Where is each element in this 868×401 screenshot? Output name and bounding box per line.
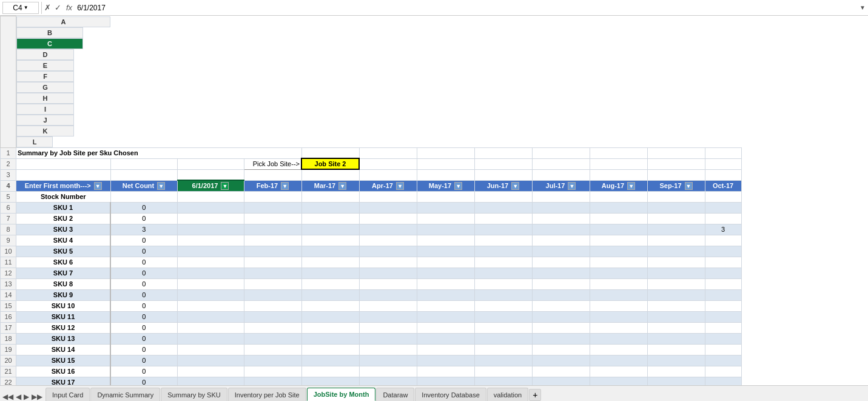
net-count-20[interactable]: 0 [110, 355, 177, 366]
col-1-14[interactable] [301, 289, 359, 300]
col-7-19[interactable] [647, 344, 705, 355]
sku-name-16[interactable]: SKU 11 [16, 311, 111, 322]
col-2-19[interactable] [359, 344, 417, 355]
col-header-c[interactable]: C [16, 38, 83, 49]
cancel-formula-icon[interactable]: ✗ [44, 3, 51, 12]
col-1-6[interactable] [301, 202, 359, 213]
col-c-6[interactable] [177, 202, 244, 213]
add-sheet-button[interactable]: + [529, 389, 541, 401]
sku-name-7[interactable]: SKU 2 [16, 213, 111, 224]
col-7-9[interactable] [647, 235, 705, 246]
col-6-11[interactable] [590, 257, 647, 268]
col-4-16[interactable] [474, 311, 532, 322]
col-4-22[interactable] [474, 377, 532, 385]
col-6-18[interactable] [590, 333, 647, 344]
col-3-9[interactable] [417, 235, 474, 246]
col-l-11[interactable] [705, 257, 741, 268]
col-2-16[interactable] [359, 311, 417, 322]
col-6-19[interactable] [590, 344, 647, 355]
col-0-14[interactable] [244, 289, 301, 300]
header-may17[interactable]: May-17 ▼ [417, 180, 474, 191]
net-count-10[interactable]: 0 [110, 246, 177, 257]
header-sep17[interactable]: Sep-17 ▼ [647, 180, 705, 191]
net-count-22[interactable]: 0 [110, 377, 177, 385]
col-0-12[interactable] [244, 268, 301, 278]
col-5-20[interactable] [532, 355, 590, 366]
col-5-17[interactable] [532, 322, 590, 333]
col-4-10[interactable] [474, 246, 532, 257]
col-1-13[interactable] [301, 278, 359, 289]
col-3-19[interactable] [417, 344, 474, 355]
col-2-13[interactable] [359, 278, 417, 289]
col-5-21[interactable] [532, 366, 590, 377]
sku-name-21[interactable]: SKU 16 [16, 366, 111, 377]
col-1-22[interactable] [301, 377, 359, 385]
net-count-9[interactable]: 0 [110, 235, 177, 246]
col-1-10[interactable] [301, 246, 359, 257]
job-site-2-cell[interactable]: Job Site 2 [301, 158, 359, 169]
col-1-18[interactable] [301, 333, 359, 344]
col-l-10[interactable] [705, 246, 741, 257]
net-count-11[interactable]: 0 [110, 257, 177, 268]
col-1-16[interactable] [301, 311, 359, 322]
net-count-7[interactable]: 0 [110, 213, 177, 224]
col-c-17[interactable] [177, 322, 244, 333]
sheet-tab-validation[interactable]: validation [487, 388, 528, 401]
col-l-18[interactable] [705, 333, 741, 344]
col-0-15[interactable] [244, 300, 301, 311]
cell-ref-dropdown-icon[interactable]: ▼ [24, 5, 29, 10]
col-c-18[interactable] [177, 333, 244, 344]
col-5-11[interactable] [532, 257, 590, 268]
col-3-18[interactable] [417, 333, 474, 344]
col-7-11[interactable] [647, 257, 705, 268]
net-count-17[interactable]: 0 [110, 322, 177, 333]
col-c-7[interactable] [177, 213, 244, 224]
col-3-8[interactable] [417, 224, 474, 235]
col-0-21[interactable] [244, 366, 301, 377]
col-5-9[interactable] [532, 235, 590, 246]
dropdown-arrow-g[interactable]: ▼ [454, 182, 462, 190]
col-l-13[interactable] [705, 278, 741, 289]
col-7-13[interactable] [647, 278, 705, 289]
col-0-11[interactable] [244, 257, 301, 268]
col-l-17[interactable] [705, 322, 741, 333]
col-1-15[interactable] [301, 300, 359, 311]
col-1-7[interactable] [301, 213, 359, 224]
col-4-17[interactable] [474, 322, 532, 333]
net-count-19[interactable]: 0 [110, 344, 177, 355]
col-1-20[interactable] [301, 355, 359, 366]
col-l-7[interactable] [705, 213, 741, 224]
col-3-6[interactable] [417, 202, 474, 213]
col-6-15[interactable] [590, 300, 647, 311]
net-count-18[interactable]: 0 [110, 333, 177, 344]
col-7-22[interactable] [647, 377, 705, 385]
sku-name-8[interactable]: SKU 3 [16, 224, 111, 235]
col-c-15[interactable] [177, 300, 244, 311]
sheet-tab-jobsite-by-month[interactable]: JobSite by Month [307, 388, 376, 401]
col-1-12[interactable] [301, 268, 359, 278]
col-l-16[interactable] [705, 311, 741, 322]
col-6-6[interactable] [590, 202, 647, 213]
col-l-8[interactable]: 3 [705, 224, 741, 235]
sheet-tab-dynamic-summary[interactable]: Dynamic Summary [90, 388, 160, 401]
col-5-7[interactable] [532, 213, 590, 224]
col-3-21[interactable] [417, 366, 474, 377]
dropdown-arrow-c[interactable]: ▼ [221, 182, 229, 190]
sheet-tab-summary-by-sku[interactable]: Summary by SKU [161, 388, 227, 401]
col-3-20[interactable] [417, 355, 474, 366]
col-0-16[interactable] [244, 311, 301, 322]
col-7-17[interactable] [647, 322, 705, 333]
col-5-18[interactable] [532, 333, 590, 344]
col-7-10[interactable] [647, 246, 705, 257]
col-5-6[interactable] [532, 202, 590, 213]
dropdown-arrow-e[interactable]: ▼ [338, 182, 346, 190]
net-count-13[interactable]: 0 [110, 278, 177, 289]
col-c-12[interactable] [177, 268, 244, 278]
col-0-22[interactable] [244, 377, 301, 385]
header-jun17[interactable]: 6/1/2017 ▼ [177, 180, 244, 191]
col-5-16[interactable] [532, 311, 590, 322]
sheet-tab-input-card[interactable]: Input Card [45, 388, 90, 401]
col-header-l[interactable]: L [16, 136, 53, 147]
col-header-a[interactable]: A [16, 16, 110, 27]
sheet-tab-dataraw[interactable]: Dataraw [376, 388, 414, 401]
